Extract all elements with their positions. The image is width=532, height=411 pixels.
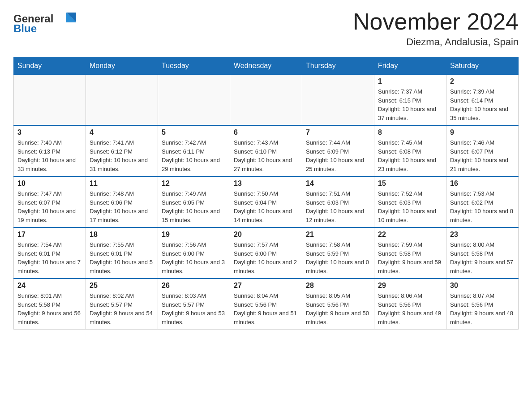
sun-info: Sunrise: 7:50 AM Sunset: 6:04 PM Dayligh… bbox=[234, 189, 298, 224]
sun-info: Sunrise: 7:46 AM Sunset: 6:07 PM Dayligh… bbox=[450, 138, 515, 173]
calendar-cell: 17Sunrise: 7:54 AM Sunset: 6:01 PM Dayli… bbox=[14, 227, 86, 278]
calendar-cell: 30Sunrise: 8:07 AM Sunset: 5:56 PM Dayli… bbox=[446, 278, 519, 330]
day-number: 4 bbox=[90, 128, 154, 137]
calendar-cell: 6Sunrise: 7:43 AM Sunset: 6:10 PM Daylig… bbox=[230, 125, 302, 176]
day-number: 18 bbox=[90, 231, 154, 239]
sun-info: Sunrise: 8:01 AM Sunset: 5:58 PM Dayligh… bbox=[17, 291, 82, 326]
sun-info: Sunrise: 7:43 AM Sunset: 6:10 PM Dayligh… bbox=[234, 138, 298, 173]
sun-info: Sunrise: 8:00 AM Sunset: 5:58 PM Dayligh… bbox=[450, 240, 515, 275]
calendar-cell: 4Sunrise: 7:41 AM Sunset: 6:12 PM Daylig… bbox=[86, 125, 158, 176]
sun-info: Sunrise: 7:40 AM Sunset: 6:13 PM Dayligh… bbox=[17, 138, 82, 173]
day-number: 19 bbox=[162, 231, 226, 239]
sun-info: Sunrise: 7:53 AM Sunset: 6:02 PM Dayligh… bbox=[450, 189, 515, 224]
logo: General Blue bbox=[13, 9, 85, 38]
calendar-cell bbox=[14, 75, 86, 126]
calendar-cell: 3Sunrise: 7:40 AM Sunset: 6:13 PM Daylig… bbox=[14, 125, 86, 176]
sun-info: Sunrise: 7:49 AM Sunset: 6:05 PM Dayligh… bbox=[162, 189, 226, 224]
sun-info: Sunrise: 7:52 AM Sunset: 6:03 PM Dayligh… bbox=[378, 189, 442, 224]
day-header-saturday: Saturday bbox=[446, 57, 519, 75]
day-header-wednesday: Wednesday bbox=[230, 57, 302, 75]
day-number: 2 bbox=[450, 77, 515, 86]
calendar-cell: 27Sunrise: 8:04 AM Sunset: 5:56 PM Dayli… bbox=[230, 278, 302, 330]
day-number: 10 bbox=[17, 180, 82, 188]
day-number: 6 bbox=[234, 128, 298, 137]
logo-text: General Blue bbox=[13, 9, 85, 38]
calendar-cell: 10Sunrise: 7:47 AM Sunset: 6:07 PM Dayli… bbox=[14, 176, 86, 227]
day-number: 9 bbox=[450, 128, 515, 137]
sun-info: Sunrise: 7:54 AM Sunset: 6:01 PM Dayligh… bbox=[17, 240, 82, 275]
sun-info: Sunrise: 7:56 AM Sunset: 6:00 PM Dayligh… bbox=[162, 240, 226, 275]
calendar-cell: 14Sunrise: 7:51 AM Sunset: 6:03 PM Dayli… bbox=[302, 176, 374, 227]
sun-info: Sunrise: 8:06 AM Sunset: 5:56 PM Dayligh… bbox=[378, 291, 442, 326]
calendar-cell: 16Sunrise: 7:53 AM Sunset: 6:02 PM Dayli… bbox=[446, 176, 519, 227]
sun-info: Sunrise: 8:04 AM Sunset: 5:56 PM Dayligh… bbox=[234, 291, 298, 326]
sun-info: Sunrise: 7:58 AM Sunset: 5:59 PM Dayligh… bbox=[306, 240, 370, 275]
sun-info: Sunrise: 7:41 AM Sunset: 6:12 PM Dayligh… bbox=[90, 138, 154, 173]
calendar-cell: 18Sunrise: 7:55 AM Sunset: 6:01 PM Dayli… bbox=[86, 227, 158, 278]
day-number: 26 bbox=[162, 282, 226, 290]
sun-info: Sunrise: 8:03 AM Sunset: 5:57 PM Dayligh… bbox=[162, 291, 226, 326]
sun-info: Sunrise: 8:07 AM Sunset: 5:56 PM Dayligh… bbox=[450, 291, 515, 326]
day-number: 30 bbox=[450, 282, 515, 290]
calendar-header-row: SundayMondayTuesdayWednesdayThursdayFrid… bbox=[14, 57, 519, 75]
calendar-cell: 15Sunrise: 7:52 AM Sunset: 6:03 PM Dayli… bbox=[374, 176, 446, 227]
day-number: 24 bbox=[17, 282, 82, 290]
sun-info: Sunrise: 8:05 AM Sunset: 5:56 PM Dayligh… bbox=[306, 291, 370, 326]
day-number: 15 bbox=[378, 180, 442, 188]
calendar-cell: 2Sunrise: 7:39 AM Sunset: 6:14 PM Daylig… bbox=[446, 75, 519, 126]
title-area: November 2024 Diezma, Andalusia, Spain bbox=[353, 9, 519, 48]
day-number: 11 bbox=[90, 180, 154, 188]
calendar-cell bbox=[302, 75, 374, 126]
day-header-monday: Monday bbox=[86, 57, 158, 75]
calendar-cell bbox=[158, 75, 230, 126]
calendar-cell bbox=[230, 75, 302, 126]
day-number: 17 bbox=[17, 231, 82, 239]
week-row-2: 3Sunrise: 7:40 AM Sunset: 6:13 PM Daylig… bbox=[14, 125, 519, 176]
sun-info: Sunrise: 7:48 AM Sunset: 6:06 PM Dayligh… bbox=[90, 189, 154, 224]
day-number: 7 bbox=[306, 128, 370, 137]
calendar-cell: 23Sunrise: 8:00 AM Sunset: 5:58 PM Dayli… bbox=[446, 227, 519, 278]
sun-info: Sunrise: 7:55 AM Sunset: 6:01 PM Dayligh… bbox=[90, 240, 154, 275]
calendar-cell: 5Sunrise: 7:42 AM Sunset: 6:11 PM Daylig… bbox=[158, 125, 230, 176]
week-row-1: 1Sunrise: 7:37 AM Sunset: 6:15 PM Daylig… bbox=[14, 75, 519, 126]
day-number: 28 bbox=[306, 282, 370, 290]
calendar-cell: 1Sunrise: 7:37 AM Sunset: 6:15 PM Daylig… bbox=[374, 75, 446, 126]
svg-text:Blue: Blue bbox=[13, 22, 37, 34]
day-number: 25 bbox=[90, 282, 154, 290]
week-row-5: 24Sunrise: 8:01 AM Sunset: 5:58 PM Dayli… bbox=[14, 278, 519, 330]
calendar-cell: 24Sunrise: 8:01 AM Sunset: 5:58 PM Dayli… bbox=[14, 278, 86, 330]
calendar-table: SundayMondayTuesdayWednesdayThursdayFrid… bbox=[13, 57, 519, 330]
day-number: 20 bbox=[234, 231, 298, 239]
calendar-cell: 12Sunrise: 7:49 AM Sunset: 6:05 PM Dayli… bbox=[158, 176, 230, 227]
calendar-cell bbox=[86, 75, 158, 126]
day-number: 1 bbox=[378, 77, 442, 86]
month-title: November 2024 bbox=[353, 9, 519, 34]
calendar-cell: 26Sunrise: 8:03 AM Sunset: 5:57 PM Dayli… bbox=[158, 278, 230, 330]
day-number: 27 bbox=[234, 282, 298, 290]
calendar-cell: 13Sunrise: 7:50 AM Sunset: 6:04 PM Dayli… bbox=[230, 176, 302, 227]
sun-info: Sunrise: 7:44 AM Sunset: 6:09 PM Dayligh… bbox=[306, 138, 370, 173]
sun-info: Sunrise: 7:51 AM Sunset: 6:03 PM Dayligh… bbox=[306, 189, 370, 224]
day-number: 23 bbox=[450, 231, 515, 239]
day-number: 8 bbox=[378, 128, 442, 137]
sun-info: Sunrise: 7:47 AM Sunset: 6:07 PM Dayligh… bbox=[17, 189, 82, 224]
calendar-cell: 22Sunrise: 7:59 AM Sunset: 5:58 PM Dayli… bbox=[374, 227, 446, 278]
calendar-cell: 29Sunrise: 8:06 AM Sunset: 5:56 PM Dayli… bbox=[374, 278, 446, 330]
calendar-cell: 8Sunrise: 7:45 AM Sunset: 6:08 PM Daylig… bbox=[374, 125, 446, 176]
calendar-cell: 19Sunrise: 7:56 AM Sunset: 6:00 PM Dayli… bbox=[158, 227, 230, 278]
location-title: Diezma, Andalusia, Spain bbox=[353, 36, 519, 48]
header: General Blue November 2024 Diezma, Andal… bbox=[13, 9, 519, 48]
calendar-cell: 11Sunrise: 7:48 AM Sunset: 6:06 PM Dayli… bbox=[86, 176, 158, 227]
day-number: 12 bbox=[162, 180, 226, 188]
sun-info: Sunrise: 7:39 AM Sunset: 6:14 PM Dayligh… bbox=[450, 87, 515, 122]
week-row-3: 10Sunrise: 7:47 AM Sunset: 6:07 PM Dayli… bbox=[14, 176, 519, 227]
sun-info: Sunrise: 8:02 AM Sunset: 5:57 PM Dayligh… bbox=[90, 291, 154, 326]
day-number: 22 bbox=[378, 231, 442, 239]
calendar-cell: 7Sunrise: 7:44 AM Sunset: 6:09 PM Daylig… bbox=[302, 125, 374, 176]
sun-info: Sunrise: 7:59 AM Sunset: 5:58 PM Dayligh… bbox=[378, 240, 442, 275]
calendar-cell: 21Sunrise: 7:58 AM Sunset: 5:59 PM Dayli… bbox=[302, 227, 374, 278]
calendar-cell: 9Sunrise: 7:46 AM Sunset: 6:07 PM Daylig… bbox=[446, 125, 519, 176]
day-number: 16 bbox=[450, 180, 515, 188]
day-number: 14 bbox=[306, 180, 370, 188]
day-number: 13 bbox=[234, 180, 298, 188]
